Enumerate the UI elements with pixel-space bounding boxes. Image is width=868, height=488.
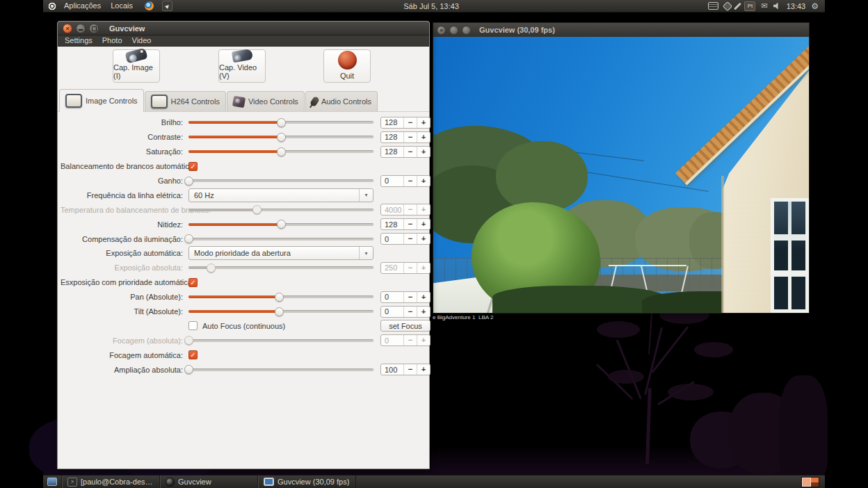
decrement-button[interactable]: − <box>403 204 417 215</box>
slider-saturacao[interactable] <box>188 147 373 156</box>
workspace-active[interactable] <box>802 478 811 487</box>
ubuntu-logo-icon[interactable] <box>48 2 56 10</box>
slider-handle[interactable] <box>184 177 193 186</box>
tool-launcher-icon[interactable]: ▶ <box>162 1 172 11</box>
checkbox-balanceamento-brancos-automatico[interactable]: ✓ <box>188 162 198 171</box>
decrement-button[interactable]: − <box>403 335 417 345</box>
close-icon[interactable]: × <box>63 24 72 33</box>
increment-button[interactable]: + <box>417 263 430 273</box>
decrement-button[interactable]: − <box>403 147 417 157</box>
slider-ganho[interactable] <box>188 176 373 186</box>
tray-clock[interactable]: 13:43 <box>787 2 806 10</box>
show-desktop-button[interactable] <box>43 475 62 488</box>
slider-handle[interactable] <box>277 147 286 156</box>
swing-set <box>609 265 686 266</box>
slider-ampliacao-absoluta[interactable] <box>188 365 373 375</box>
slider-nitidez[interactable] <box>188 220 373 229</box>
slider-handle[interactable] <box>275 293 284 302</box>
decrement-button[interactable]: − <box>403 364 417 375</box>
check-icon: ✓ <box>190 279 195 286</box>
volume-icon[interactable] <box>773 3 781 10</box>
decrement-button[interactable]: − <box>403 292 417 302</box>
dropdown-exposicao-automatica[interactable]: Modo prioridade da abertura▾ <box>188 246 373 260</box>
slider-handle[interactable] <box>277 133 286 142</box>
slider-handle[interactable] <box>277 118 286 127</box>
increment-button[interactable]: + <box>417 204 430 215</box>
increment-button[interactable]: + <box>417 117 430 128</box>
decrement-button[interactable]: − <box>403 234 417 244</box>
language-badge[interactable]: Pt <box>744 1 755 11</box>
set-focus-button[interactable]: set Focus <box>380 320 431 332</box>
maximize-icon[interactable] <box>462 26 471 35</box>
firefox-launcher-icon[interactable] <box>145 1 154 10</box>
checkbox-auto-focus[interactable] <box>188 321 198 330</box>
slider-compensacao-iluminacao[interactable] <box>188 234 373 244</box>
spin-value: 128 <box>381 133 403 141</box>
minimize-icon[interactable] <box>76 24 86 33</box>
workspace-window-thumb <box>811 482 819 486</box>
menu-settings[interactable]: Settings <box>60 35 97 46</box>
increment-button[interactable]: + <box>417 234 430 244</box>
mail-icon[interactable]: ✉ <box>761 2 767 10</box>
increment-button[interactable]: + <box>417 364 430 375</box>
decrement-button[interactable]: − <box>403 132 417 143</box>
slider-focagem-absoluta[interactable] <box>188 336 373 345</box>
slider-handle[interactable] <box>207 263 216 273</box>
tab-audio-controls[interactable]: Audio Controls <box>305 91 378 111</box>
workspace-switcher[interactable] <box>801 477 819 487</box>
quit-button[interactable]: Quit <box>323 49 371 83</box>
slider-handle[interactable] <box>184 336 193 345</box>
slider-temperatura-balanceamento-brancos[interactable] <box>188 205 373 215</box>
increment-button[interactable]: + <box>417 176 430 186</box>
increment-button[interactable]: + <box>417 132 430 143</box>
slider-exposicao-absoluta[interactable] <box>188 263 373 273</box>
desktop-icon-label[interactable]: LBA 2 <box>479 314 493 320</box>
maximize-icon[interactable] <box>89 24 99 33</box>
increment-button[interactable]: + <box>417 335 430 345</box>
increment-button[interactable]: + <box>417 219 430 229</box>
slider-handle[interactable] <box>252 205 262 214</box>
taskbar-item-terminal[interactable]: >[paulo@Cobra-deskt... <box>62 475 160 488</box>
slider-handle[interactable] <box>184 234 193 243</box>
close-icon[interactable]: × <box>437 26 446 35</box>
increment-button[interactable]: + <box>417 292 430 302</box>
decrement-button[interactable]: − <box>403 117 417 128</box>
update-indicator-icon[interactable] <box>723 1 732 10</box>
slider-handle[interactable] <box>277 220 286 229</box>
decrement-button[interactable]: − <box>403 263 417 273</box>
minimize-icon[interactable] <box>449 26 458 35</box>
tab-image-controls[interactable]: Image Controls <box>59 89 144 112</box>
tab-h264-controls[interactable]: H264 Controls <box>145 91 226 111</box>
checkbox-exposicao-prioridade-automatica[interactable]: ✓ <box>188 278 198 287</box>
taskbar-item-guvcview[interactable]: Guvcview <box>160 475 258 488</box>
slider-handle[interactable] <box>184 365 193 374</box>
taskbar-item-guvcview-video[interactable]: Guvcview (30,09 fps) <box>258 475 356 488</box>
menu-photo[interactable]: Photo <box>97 35 127 46</box>
slider-pan-absolute[interactable] <box>188 292 373 302</box>
tab-video-controls[interactable]: Video Controls <box>227 91 305 111</box>
increment-button[interactable]: + <box>417 147 430 157</box>
window-titlebar[interactable]: × Guvcview <box>58 22 429 35</box>
desktop-icon-label[interactable]: e BigAdventure 1 <box>433 314 475 320</box>
slider-tilt-absolute[interactable] <box>188 307 373 316</box>
decrement-button[interactable]: − <box>403 176 417 186</box>
menu-locais[interactable]: Locais <box>106 0 138 12</box>
slider-contraste[interactable] <box>188 132 373 142</box>
panel-clock[interactable]: Sáb Jul 5, 13:43 <box>403 2 459 10</box>
checkbox-focagem-automatica[interactable]: ✓ <box>188 350 198 359</box>
slider-handle[interactable] <box>275 307 284 316</box>
keyboard-layout-icon[interactable] <box>708 2 718 10</box>
workspace-other[interactable] <box>811 478 819 487</box>
video-window-titlebar[interactable]: × Guvcview (30,09 fps) <box>433 23 809 37</box>
gear-icon[interactable]: ⚙ <box>811 2 819 10</box>
decrement-button[interactable]: − <box>403 307 417 317</box>
cap-video-button[interactable]: Cap. Video (V) <box>218 49 266 83</box>
input-pen-icon[interactable] <box>734 2 742 10</box>
slider-brilho[interactable] <box>188 117 373 127</box>
menu-aplicacoes[interactable]: Aplicações <box>59 0 106 12</box>
menu-video[interactable]: Video <box>127 35 156 46</box>
cap-image-button[interactable]: Cap. Image (I) <box>113 49 160 83</box>
dropdown-frequencia-linha-eletrica[interactable]: 60 Hz▾ <box>188 188 373 202</box>
increment-button[interactable]: + <box>417 307 430 317</box>
decrement-button[interactable]: − <box>403 219 417 229</box>
